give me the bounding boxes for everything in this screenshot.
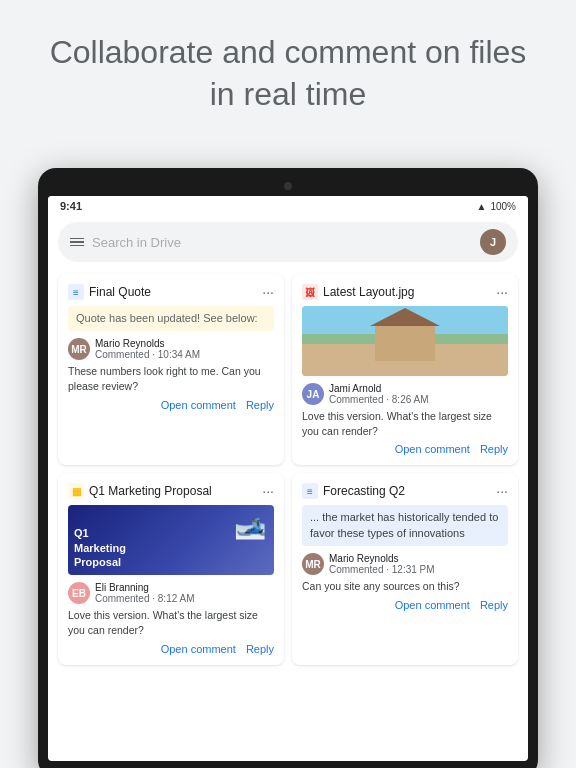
user-row: MR Mario Reynolds Commented · 10:34 AM: [68, 338, 274, 360]
img-icon-red: 🖼: [302, 284, 318, 300]
status-time: 9:41: [60, 200, 82, 212]
user-name: Mario Reynolds: [329, 553, 435, 564]
menu-icon[interactable]: [70, 238, 84, 247]
ski-figure-icon: 🎿: [234, 510, 266, 541]
card-title-text: Latest Layout.jpg: [323, 285, 414, 299]
user-avatar: MR: [302, 553, 324, 575]
comment-text: Love this version. What's the largest si…: [302, 409, 508, 438]
comment-text: These numbers look right to me. Can you …: [68, 364, 274, 393]
reply-link[interactable]: Reply: [246, 643, 274, 655]
card-latest-layout: 🖼 Latest Layout.jpg ··· JA Jami Arnold: [292, 274, 518, 465]
hero-section: Collaborate and comment on files in real…: [0, 0, 576, 139]
card-title-text: Final Quote: [89, 285, 151, 299]
card-actions: Open comment Reply: [302, 599, 508, 611]
open-comment-link[interactable]: Open comment: [395, 599, 470, 611]
tablet-screen: 9:41 ▲ 100% Search in Drive J ≡ Final Qu…: [48, 196, 528, 761]
card-title-area: ▦ Q1 Marketing Proposal: [68, 483, 212, 499]
card-actions: Open comment Reply: [302, 443, 508, 455]
card-forecasting-q2: ≡ Forecasting Q2 ··· ... the market has …: [292, 473, 518, 664]
slides-icon-yellow: ▦: [68, 483, 84, 499]
user-name: Jami Arnold: [329, 383, 429, 394]
wifi-icon: ▲: [477, 201, 487, 212]
card-actions: Open comment Reply: [68, 399, 274, 411]
user-row: JA Jami Arnold Commented · 8:26 AM: [302, 383, 508, 405]
tablet-camera: [284, 182, 292, 190]
open-comment-link[interactable]: Open comment: [161, 399, 236, 411]
user-avatar-header[interactable]: J: [480, 229, 506, 255]
reply-link[interactable]: Reply: [480, 443, 508, 455]
card-final-quote: ≡ Final Quote ··· Quote has been updated…: [58, 274, 284, 465]
user-name: Eli Branning: [95, 582, 195, 593]
user-timestamp: Commented · 10:34 AM: [95, 349, 200, 360]
house-roof: [370, 308, 440, 326]
user-timestamp: Commented · 8:26 AM: [329, 394, 429, 405]
hero-title: Collaborate and comment on files in real…: [40, 32, 536, 115]
card-header: ≡ Final Quote ···: [68, 284, 274, 300]
card-title-area: 🖼 Latest Layout.jpg: [302, 284, 414, 300]
battery-text: 100%: [490, 201, 516, 212]
user-avatar: JA: [302, 383, 324, 405]
comment-highlight-blue: ... the market has historically tended t…: [302, 505, 508, 546]
card-title-text: Q1 Marketing Proposal: [89, 484, 212, 498]
search-input-placeholder[interactable]: Search in Drive: [92, 235, 472, 250]
user-timestamp: Commented · 8:12 AM: [95, 593, 195, 604]
card-menu-button[interactable]: ···: [496, 284, 508, 300]
card-image-house: [302, 306, 508, 376]
user-name: Mario Reynolds: [95, 338, 200, 349]
card-header: ▦ Q1 Marketing Proposal ···: [68, 483, 274, 499]
cards-grid: ≡ Final Quote ··· Quote has been updated…: [48, 268, 528, 671]
comment-text: Can you site any sources on this?: [302, 579, 508, 594]
card-title-text: Forecasting Q2: [323, 484, 405, 498]
card-menu-button[interactable]: ···: [262, 284, 274, 300]
house-illustration: [302, 306, 508, 376]
reply-link[interactable]: Reply: [246, 399, 274, 411]
tablet-frame: 9:41 ▲ 100% Search in Drive J ≡ Final Qu…: [38, 168, 538, 768]
doc-icon-blue: ≡: [68, 284, 84, 300]
card-q1-marketing: ▦ Q1 Marketing Proposal ··· 🎿 Q1Marketin…: [58, 473, 284, 664]
card-actions: Open comment Reply: [68, 643, 274, 655]
comment-text: Love this version. What's the largest si…: [68, 608, 274, 637]
card-menu-button[interactable]: ···: [262, 483, 274, 499]
user-timestamp: Commented · 12:31 PM: [329, 564, 435, 575]
search-bar[interactable]: Search in Drive J: [58, 222, 518, 262]
comment-highlight-yellow: Quote has been updated! See below:: [68, 306, 274, 331]
open-comment-link[interactable]: Open comment: [395, 443, 470, 455]
reply-link[interactable]: Reply: [480, 599, 508, 611]
user-row: MR Mario Reynolds Commented · 12:31 PM: [302, 553, 508, 575]
user-avatar: EB: [68, 582, 90, 604]
card-title-area: ≡ Forecasting Q2: [302, 483, 405, 499]
status-icons: ▲ 100%: [477, 201, 516, 212]
card-header: 🖼 Latest Layout.jpg ···: [302, 284, 508, 300]
user-row: EB Eli Branning Commented · 8:12 AM: [68, 582, 274, 604]
card-title-area: ≡ Final Quote: [68, 284, 151, 300]
card-header: ≡ Forecasting Q2 ···: [302, 483, 508, 499]
doc-icon-blue: ≡: [302, 483, 318, 499]
card-menu-button[interactable]: ···: [496, 483, 508, 499]
open-comment-link[interactable]: Open comment: [161, 643, 236, 655]
user-avatar: MR: [68, 338, 90, 360]
marketing-slide-text: Q1MarketingProposal: [74, 526, 126, 569]
status-bar: 9:41 ▲ 100%: [48, 196, 528, 216]
card-image-marketing: 🎿 Q1MarketingProposal: [68, 505, 274, 575]
house-body: [375, 326, 435, 361]
